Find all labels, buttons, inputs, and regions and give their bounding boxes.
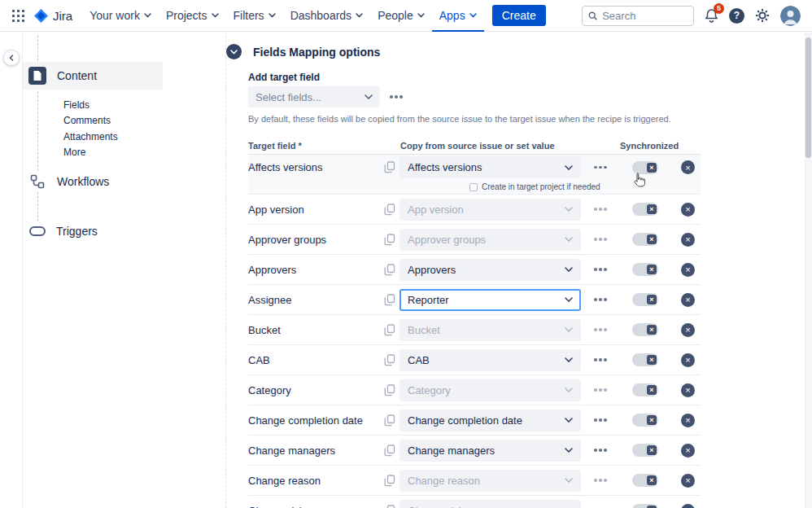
copy-icon[interactable]	[384, 204, 397, 216]
synchronized-toggle[interactable]	[632, 383, 658, 396]
source-field-select[interactable]: App version	[399, 199, 581, 221]
nav-dashboards[interactable]: Dashboards	[283, 0, 371, 32]
scrollbar-thumb[interactable]	[805, 37, 811, 158]
row-more-button[interactable]	[591, 234, 612, 244]
avatar[interactable]	[780, 6, 801, 26]
synchronized-toggle[interactable]	[632, 161, 658, 174]
copy-icon[interactable]	[384, 475, 397, 487]
sidebar-item-attachments[interactable]: Attachments	[63, 129, 118, 145]
synchronized-toggle[interactable]	[632, 444, 658, 457]
row-more-button[interactable]	[591, 295, 612, 304]
jira-logo[interactable]: Jira	[29, 9, 77, 23]
target-field-label: Approver groups	[248, 234, 384, 246]
synchronized-toggle[interactable]	[632, 323, 658, 336]
synchronized-toggle[interactable]	[632, 263, 658, 276]
remove-field-button[interactable]	[681, 414, 695, 427]
sidebar-item-comments[interactable]: Comments	[63, 113, 118, 129]
chevron-down-icon	[144, 13, 151, 18]
settings-button[interactable]	[755, 8, 770, 23]
source-field-value: Change risk	[408, 505, 464, 508]
notifications-button[interactable]: 5	[705, 8, 718, 23]
remove-field-button[interactable]	[681, 474, 695, 488]
source-field-select[interactable]: Change risk	[399, 500, 581, 508]
source-field-select[interactable]: Affects versions	[399, 156, 581, 178]
nav-apps[interactable]: Apps	[432, 0, 484, 32]
row-more-button[interactable]	[591, 445, 612, 455]
row-more-button[interactable]	[591, 163, 612, 173]
source-field-select[interactable]: Change completion date	[399, 409, 581, 431]
sidebar-item-more[interactable]: More	[63, 145, 118, 161]
header-target-field: Target field *	[248, 141, 400, 151]
remove-field-button[interactable]	[681, 160, 695, 174]
sidebar-item-content[interactable]: Content	[23, 62, 163, 90]
source-field-select[interactable]: Change managers	[399, 440, 581, 462]
chevron-down-icon	[565, 165, 573, 170]
app-switcher-icon[interactable]	[7, 4, 29, 27]
copy-icon[interactable]	[384, 264, 397, 276]
nav-projects[interactable]: Projects	[159, 0, 226, 32]
add-target-field-label: Add target field	[248, 72, 320, 83]
synchronized-toggle[interactable]	[632, 474, 658, 487]
search-input[interactable]	[602, 10, 688, 22]
chevron-down-icon	[565, 207, 573, 212]
remove-field-button[interactable]	[681, 203, 695, 217]
sidebar-item-triggers[interactable]: Triggers	[28, 221, 98, 241]
create-button[interactable]: Create	[492, 5, 546, 26]
sidebar-item-label: Workflows	[57, 175, 109, 188]
nav-filters[interactable]: Filters	[226, 0, 283, 32]
source-field-value: Category	[408, 384, 451, 396]
copy-icon[interactable]	[384, 354, 397, 366]
remove-field-button[interactable]	[681, 233, 695, 247]
row-more-button[interactable]	[591, 355, 612, 365]
chevron-down-icon	[565, 297, 573, 302]
sidebar-collapse-button[interactable]	[3, 50, 20, 66]
source-field-select[interactable]: Approvers	[399, 259, 581, 281]
copy-icon[interactable]	[384, 444, 397, 457]
nav-your-work[interactable]: Your work	[82, 0, 159, 32]
nav-people[interactable]: People	[370, 0, 432, 32]
add-field-more-button[interactable]	[386, 92, 406, 102]
create-in-target-checkbox[interactable]	[469, 183, 478, 191]
copy-icon[interactable]	[384, 324, 397, 336]
synchronized-toggle[interactable]	[632, 293, 658, 306]
copy-icon[interactable]	[384, 161, 397, 173]
top-nav: Jira Your work Projects Filters Dashboar…	[0, 0, 812, 32]
section-collapse-button[interactable]	[226, 44, 242, 59]
row-more-button[interactable]	[591, 204, 612, 214]
synchronized-toggle[interactable]	[632, 233, 658, 246]
row-more-button[interactable]	[591, 265, 612, 274]
source-field-select[interactable]: Category	[399, 379, 581, 401]
copy-icon[interactable]	[384, 414, 397, 427]
source-field-select[interactable]: CAB	[399, 349, 581, 371]
row-more-button[interactable]	[591, 475, 612, 485]
remove-field-button[interactable]	[681, 444, 695, 458]
remove-field-button[interactable]	[681, 323, 695, 337]
remove-field-button[interactable]	[681, 383, 695, 397]
synchronized-toggle[interactable]	[632, 203, 658, 216]
row-more-button[interactable]	[591, 325, 612, 335]
synchronized-toggle[interactable]	[632, 414, 658, 427]
chevron-down-icon	[565, 388, 573, 392]
sidebar-item-fields[interactable]: Fields	[63, 97, 118, 113]
remove-field-button[interactable]	[681, 293, 695, 307]
source-field-value: Change managers	[408, 444, 495, 457]
synchronized-toggle[interactable]	[632, 504, 658, 508]
remove-field-button[interactable]	[681, 263, 695, 277]
source-field-select[interactable]: Bucket	[399, 319, 581, 341]
copy-icon[interactable]	[384, 505, 397, 508]
add-field-select[interactable]: Select fields...	[248, 86, 380, 107]
synchronized-toggle[interactable]	[632, 353, 658, 366]
global-search[interactable]	[582, 6, 694, 26]
remove-field-button[interactable]	[681, 504, 695, 508]
sidebar-item-workflows[interactable]: Workflows	[28, 172, 109, 191]
source-field-select[interactable]: Change reason	[399, 470, 581, 492]
copy-icon[interactable]	[384, 234, 397, 246]
row-more-button[interactable]	[591, 415, 612, 425]
remove-field-button[interactable]	[681, 353, 695, 367]
source-field-select[interactable]: Approver groups	[399, 229, 581, 251]
copy-icon[interactable]	[384, 294, 397, 306]
row-more-button[interactable]	[591, 385, 612, 395]
source-field-select[interactable]: Reporter	[399, 289, 581, 311]
help-icon[interactable]	[729, 8, 744, 24]
copy-icon[interactable]	[384, 384, 397, 396]
